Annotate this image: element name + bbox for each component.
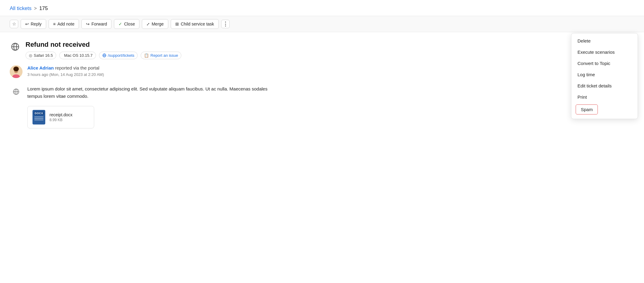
dropdown-item-spam[interactable]: Spam	[576, 104, 598, 114]
add-note-label: Add note	[57, 22, 74, 26]
message-body-row: Lorem ipsum dolor sit amet, consectetur …	[10, 85, 634, 100]
meta-url-link[interactable]: /support/tickets	[99, 52, 138, 59]
message-body-text: Lorem ipsum dolor sit amet, consectetur …	[27, 85, 270, 100]
add-note-icon: ≡	[53, 22, 56, 26]
add-note-button[interactable]: ≡ Add note	[49, 19, 79, 29]
dropdown-item-log-time[interactable]: Log time	[571, 69, 638, 80]
close-label: Close	[124, 22, 135, 26]
dropdown-item-delete[interactable]: Delete	[571, 35, 638, 46]
forward-icon: ↪	[86, 22, 90, 26]
breadcrumb-ticket-number: 175	[39, 5, 48, 12]
more-options-button[interactable]: ⋮	[221, 20, 230, 28]
dropdown-item-execute-scenarios[interactable]: Execute scenarios	[571, 46, 638, 58]
attachment-info: receipt.docx 8.99 KB	[50, 112, 72, 122]
reply-label: Reply	[31, 22, 42, 26]
ticket-title-area: Refund not received ◎ Safari 16.5 Mac OS…	[26, 41, 181, 59]
meta-os: Mac OS 10.15.7	[59, 52, 96, 59]
avatar	[10, 65, 22, 78]
docx-label: DOCX	[34, 111, 44, 115]
dropdown-menu: Delete Execute scenarios Convert to Topi…	[571, 33, 638, 119]
content-area: Refund not received ◎ Safari 16.5 Mac OS…	[0, 32, 644, 137]
ticket-meta: ◎ Safari 16.5 Mac OS 10.15.7 /support/ti…	[26, 52, 181, 59]
reply-icon: ↩	[25, 22, 29, 26]
breadcrumb-all-tickets[interactable]: All tickets	[10, 5, 32, 12]
ticket-title: Refund not received	[26, 41, 181, 49]
child-service-task-label: Child service task	[181, 22, 214, 26]
star-icon: ☆	[12, 21, 16, 27]
breadcrumb-separator: >	[34, 6, 37, 11]
close-button[interactable]: ✓ Close	[114, 19, 139, 29]
meta-browser: ◎ Safari 16.5	[26, 52, 56, 59]
attachment[interactable]: DOCX receipt.docx 8.99 KB	[27, 106, 94, 128]
ticket-globe-icon	[10, 41, 21, 52]
report-icon: 📋	[144, 53, 149, 58]
dropdown-item-print[interactable]: Print	[571, 91, 638, 103]
message-meta: Alice Adrian reported via the portal 3 h…	[27, 65, 104, 77]
merge-label: Merge	[152, 22, 164, 26]
message-time: 3 hours ago (Mon, 14 Aug 2023 at 2:20 AM…	[27, 72, 104, 77]
merge-icon: ⤢	[146, 22, 150, 26]
url-label: /support/tickets	[108, 53, 134, 58]
attachment-name: receipt.docx	[50, 112, 72, 117]
safari-icon: ◎	[29, 53, 32, 58]
globe-small-icon	[102, 53, 106, 57]
ticket-header: Refund not received ◎ Safari 16.5 Mac OS…	[10, 41, 634, 59]
message-row: Alice Adrian reported via the portal 3 h…	[10, 65, 634, 78]
star-button[interactable]: ☆	[10, 20, 18, 28]
merge-button[interactable]: ⤢ Merge	[142, 19, 168, 29]
toolbar: ☆ ↩ Reply ≡ Add note ↪ Forward ✓ Close ⤢…	[0, 16, 644, 32]
message-body-globe-icon	[10, 85, 22, 98]
dropdown-item-edit-ticket-details[interactable]: Edit ticket details	[571, 80, 638, 91]
os-label: Mac OS 10.15.7	[64, 53, 93, 58]
browser-label: Safari 16.5	[34, 53, 53, 58]
svg-point-9	[14, 67, 19, 71]
docx-lines	[34, 117, 43, 120]
dropdown-item-convert-to-topic[interactable]: Convert to Topic	[571, 58, 638, 69]
message-via: reported via the portal	[54, 65, 99, 70]
message-author[interactable]: Alice Adrian	[27, 65, 54, 70]
attachment-size: 8.99 KB	[50, 118, 72, 122]
child-service-task-button[interactable]: ⊞ Child service task	[171, 19, 219, 29]
close-icon: ✓	[118, 22, 122, 26]
child-service-task-icon: ⊞	[175, 22, 179, 26]
docx-icon: DOCX	[33, 110, 45, 124]
reply-button[interactable]: ↩ Reply	[21, 19, 46, 29]
dropdown-spam-row: Spam	[571, 103, 638, 117]
breadcrumb: All tickets > 175	[0, 0, 644, 16]
forward-label: Forward	[91, 22, 107, 26]
more-icon: ⋮	[223, 21, 228, 27]
report-label: Report an issue	[150, 53, 178, 58]
report-issue-link[interactable]: 📋 Report an issue	[141, 52, 181, 59]
message-author-line: Alice Adrian reported via the portal	[27, 65, 104, 70]
forward-button[interactable]: ↪ Forward	[81, 19, 111, 29]
